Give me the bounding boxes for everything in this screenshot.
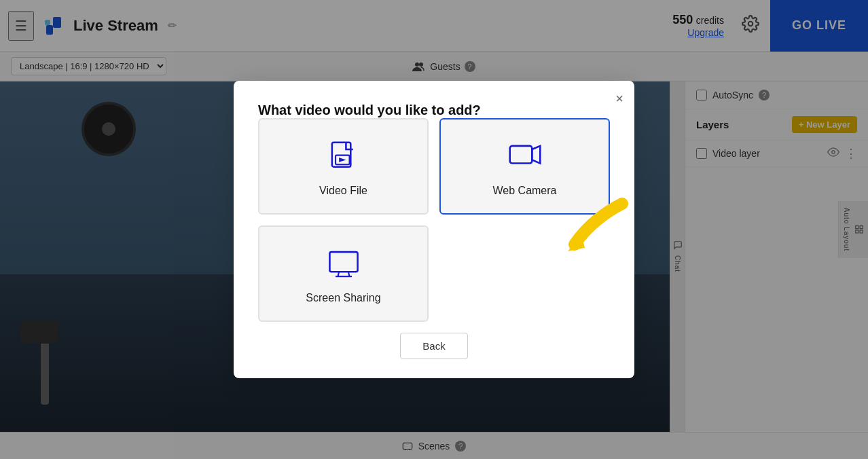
web-camera-label: Web Camera (493, 185, 557, 197)
video-file-option[interactable]: Video File (258, 118, 429, 215)
svg-marker-14 (339, 158, 346, 162)
modal-close-button[interactable]: × (615, 92, 623, 105)
modal-title: What video would you like to add? (258, 103, 481, 117)
modal-dialog: What video would you like to add? × Vide… (234, 81, 634, 378)
video-file-label: Video File (319, 185, 367, 197)
svg-marker-16 (532, 146, 540, 164)
svg-rect-18 (329, 252, 357, 272)
empty-cell (439, 225, 610, 322)
web-camera-option[interactable]: Web Camera (439, 118, 610, 215)
screen-sharing-option[interactable]: Screen Sharing (258, 225, 429, 322)
modal-options: Video File Web Camera (258, 118, 610, 322)
modal-overlay: What video would you like to add? × Vide… (0, 0, 868, 459)
video-file-icon (327, 141, 360, 174)
back-button[interactable]: Back (400, 333, 467, 359)
webcam-icon (509, 141, 541, 174)
svg-rect-15 (509, 146, 532, 164)
screen-icon (327, 249, 360, 281)
screen-sharing-label: Screen Sharing (306, 292, 380, 304)
modal-back-row: Back (258, 333, 610, 359)
